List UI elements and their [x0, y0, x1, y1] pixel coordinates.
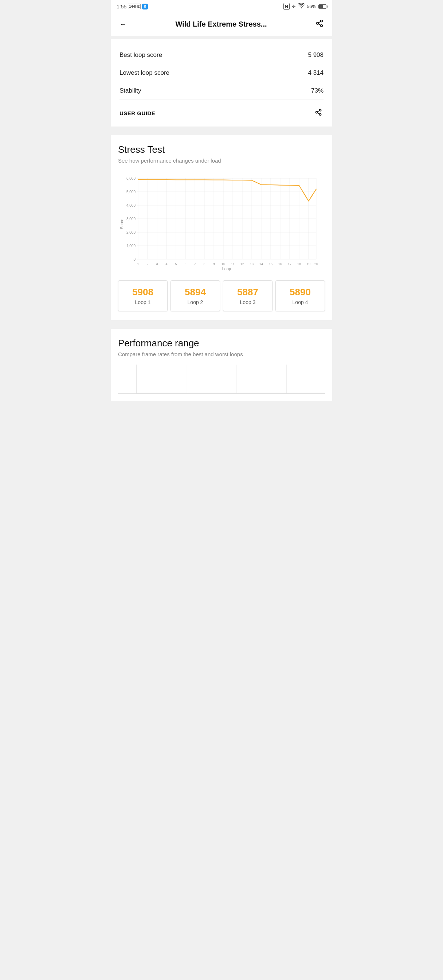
loop-box-1: 5908 Loop 1 [118, 280, 168, 311]
chart-svg: Score 6,000 5,000 4,000 3,000 2,000 1,00… [118, 171, 325, 273]
svg-text:11: 11 [231, 262, 235, 266]
lowest-loop-row: Lowest loop score 4 314 [119, 64, 324, 82]
stress-chart: Score 6,000 5,000 4,000 3,000 2,000 1,00… [118, 171, 325, 273]
svg-text:4,000: 4,000 [126, 204, 135, 207]
svg-line-8 [317, 113, 319, 114]
best-loop-label: Best loop score [119, 51, 162, 59]
perf-chart-partial [118, 364, 325, 394]
svg-text:8: 8 [203, 262, 205, 266]
status-left: 1:55 144Hz S [117, 4, 148, 10]
svg-text:1: 1 [137, 262, 139, 266]
svg-line-3 [318, 24, 321, 25]
lowest-loop-label: Lowest loop score [119, 69, 169, 76]
stress-test-subtitle: See how performance changes under load [118, 158, 325, 164]
loop-2-label: Loop 2 [174, 299, 217, 305]
svg-text:13: 13 [250, 262, 254, 266]
svg-text:6,000: 6,000 [126, 177, 135, 180]
svg-text:18: 18 [297, 262, 301, 266]
loop-1-label: Loop 1 [121, 299, 164, 305]
loop-box-4: 5890 Loop 4 [275, 280, 325, 311]
status-right: N ✈ 56% [283, 3, 326, 10]
svg-text:0: 0 [133, 258, 135, 261]
share-button[interactable] [314, 18, 325, 30]
svg-text:6: 6 [184, 262, 186, 266]
time-display: 1:55 [117, 4, 126, 10]
wifi-icon [298, 3, 305, 10]
svg-text:2,000: 2,000 [126, 231, 135, 234]
loop-2-score: 5894 [174, 286, 217, 298]
divider-1 [111, 129, 332, 132]
svg-text:1,000: 1,000 [126, 244, 135, 248]
loop-scores-grid: 5908 Loop 1 5894 Loop 2 5887 Loop 3 5890… [118, 280, 325, 311]
user-guide-label: USER GUIDE [119, 110, 155, 116]
s-icon: S [142, 4, 148, 10]
svg-text:3: 3 [156, 262, 158, 266]
svg-line-4 [318, 22, 321, 23]
loop-4-label: Loop 4 [279, 299, 322, 305]
svg-text:19: 19 [307, 262, 310, 266]
stability-row: Stability 73% [119, 82, 324, 100]
svg-line-9 [317, 110, 319, 111]
svg-text:9: 9 [213, 262, 214, 266]
svg-text:3,000: 3,000 [126, 217, 135, 221]
chart-line [138, 180, 316, 201]
hz-badge: 144Hz [128, 4, 141, 9]
svg-text:10: 10 [221, 262, 225, 266]
svg-text:15: 15 [269, 262, 273, 266]
svg-text:2: 2 [146, 262, 148, 266]
performance-range-subtitle: Compare frame rates from the best and wo… [118, 351, 325, 357]
svg-text:17: 17 [288, 262, 291, 266]
app-header: ← Wild Life Extreme Stress... [111, 13, 332, 36]
stress-test-card: Stress Test See how performance changes … [111, 135, 332, 320]
status-bar: 1:55 144Hz S N ✈ 56% [111, 0, 332, 13]
performance-range-title: Performance range [118, 337, 325, 349]
svg-text:4: 4 [165, 262, 167, 266]
score-card: Best loop score 5 908 Lowest loop score … [111, 39, 332, 127]
page-title: Wild Life Extreme Stress... [175, 20, 267, 29]
loop-3-score: 5887 [226, 286, 269, 298]
battery-percent: 56% [307, 4, 316, 9]
loop-3-label: Loop 3 [226, 299, 269, 305]
user-guide-row: USER GUIDE [119, 101, 324, 119]
svg-text:5: 5 [175, 262, 177, 266]
svg-text:16: 16 [278, 262, 282, 266]
stress-test-title: Stress Test [118, 144, 325, 155]
svg-text:12: 12 [240, 262, 244, 266]
lowest-loop-value: 4 314 [308, 69, 324, 76]
airplane-icon: ✈ [292, 4, 296, 9]
svg-text:20: 20 [314, 262, 318, 266]
loop-1-score: 5908 [121, 286, 164, 298]
svg-text:Loop: Loop [222, 267, 231, 271]
back-button[interactable]: ← [118, 19, 128, 30]
user-guide-share-button[interactable] [313, 107, 324, 119]
loop-4-score: 5890 [279, 286, 322, 298]
stability-value: 73% [311, 87, 324, 94]
loop-box-2: 5894 Loop 2 [170, 280, 220, 311]
stability-label: Stability [119, 87, 141, 94]
best-loop-row: Best loop score 5 908 [119, 46, 324, 64]
svg-text:7: 7 [194, 262, 195, 266]
best-loop-value: 5 908 [308, 51, 324, 59]
performance-range-card: Performance range Compare frame rates fr… [111, 329, 332, 401]
nfc-icon: N [283, 3, 290, 10]
svg-text:5,000: 5,000 [126, 190, 135, 194]
battery-icon [318, 5, 326, 9]
divider-2 [111, 323, 332, 326]
svg-text:14: 14 [259, 262, 263, 266]
svg-text:Score: Score [119, 219, 124, 229]
loop-box-3: 5887 Loop 3 [223, 280, 273, 311]
